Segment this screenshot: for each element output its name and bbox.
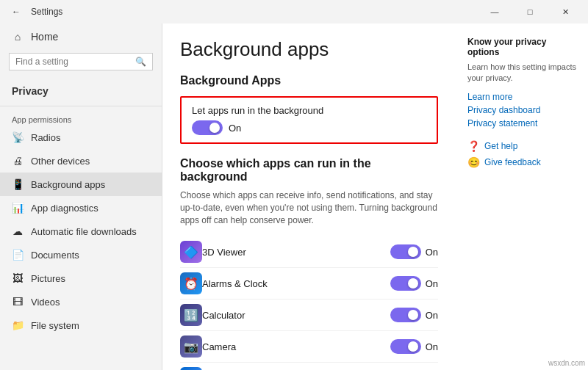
app-toggle-row: On — [390, 276, 438, 291]
app-toggle-status: On — [426, 278, 438, 289]
auto-downloads-icon: ☁ — [12, 225, 24, 237]
app-toggle-status: On — [426, 341, 438, 352]
main-content: Background apps Background Apps Let apps… — [162, 23, 456, 370]
home-label: Home — [31, 31, 58, 43]
sidebar-item-file-system[interactable]: 📁 File system — [0, 313, 162, 337]
give-feedback-label: Give feedback — [484, 157, 541, 167]
sidebar-item-label: Background apps — [31, 179, 105, 190]
app-name: Camera — [202, 341, 390, 352]
close-button[interactable]: ✕ — [548, 0, 582, 23]
toggle-thumb — [408, 310, 418, 320]
sidebar-item-label: Videos — [31, 297, 60, 308]
get-help-action[interactable]: ❓ Get help — [467, 140, 576, 152]
app-list-item: 🔢CalculatorOn — [180, 300, 438, 331]
window-controls: — □ ✕ — [478, 0, 582, 23]
sidebar-item-label: Documents — [31, 250, 79, 261]
app-icon: 📷 — [180, 335, 202, 358]
background-apps-heading: Background Apps — [180, 74, 438, 87]
main-toggle-row: On — [192, 120, 426, 135]
app-toggle-row: On — [390, 339, 438, 354]
choose-which-heading: Choose which apps can run in the backgro… — [180, 157, 438, 184]
documents-icon: 📄 — [12, 249, 24, 261]
app-list-item: 🔵CortanaOn — [180, 363, 438, 370]
sidebar-item-other-devices[interactable]: 🖨 Other devices — [0, 149, 162, 173]
sidebar-item-label: App diagnostics — [31, 203, 98, 214]
app-toggle[interactable] — [390, 308, 421, 322]
learn-more-link[interactable]: Learn more — [467, 92, 576, 102]
sidebar-privacy-label: Privacy — [0, 79, 162, 103]
sidebar-item-label: Radios — [31, 132, 60, 143]
app-list-item: 🔷3D ViewerOn — [180, 236, 438, 268]
app-name: Calculator — [202, 310, 390, 321]
app-name: 3D Viewer — [202, 247, 390, 258]
get-help-label: Get help — [484, 141, 517, 151]
app-icon: 🔷 — [180, 241, 202, 263]
toggle-thumb — [408, 247, 418, 257]
give-feedback-action[interactable]: 😊 Give feedback — [467, 156, 576, 168]
app-list: 🔷3D ViewerOn⏰Alarms & ClockOn🔢Calculator… — [180, 236, 438, 370]
choose-which-desc: Choose which apps can receive info, send… — [180, 189, 438, 226]
app-name: Alarms & Clock — [202, 278, 390, 289]
support-section: ❓ Get help 😊 Give feedback — [467, 140, 576, 168]
give-feedback-icon: 😊 — [467, 156, 480, 168]
app-icon: 🔵 — [180, 367, 202, 370]
sidebar: ⌂ Home 🔍 Privacy App permissions 📡 Radio… — [0, 23, 162, 370]
sidebar-item-radios[interactable]: 📡 Radios — [0, 126, 162, 149]
sidebar-item-label: Other devices — [31, 156, 90, 167]
toggle-thumb — [209, 123, 220, 133]
know-privacy-desc: Learn how this setting impacts your priv… — [467, 62, 576, 84]
app-toggle-row: On — [390, 244, 438, 259]
file-system-icon: 📁 — [12, 319, 24, 331]
app-list-item: ⏰Alarms & ClockOn — [180, 268, 438, 300]
titlebar: ← Settings — □ ✕ — [0, 0, 588, 23]
background-apps-icon: 📱 — [12, 178, 24, 190]
other-devices-icon: 🖨 — [12, 155, 24, 167]
app-container: ⌂ Home 🔍 Privacy App permissions 📡 Radio… — [0, 23, 588, 370]
app-toggle-row: On — [390, 308, 438, 322]
app-icon: ⏰ — [180, 272, 202, 294]
minimize-button[interactable]: — — [478, 0, 512, 23]
toggle-thumb — [408, 278, 418, 289]
app-toggle[interactable] — [390, 339, 421, 354]
sidebar-item-home[interactable]: ⌂ Home — [0, 23, 162, 50]
app-toggle-status: On — [426, 247, 438, 258]
know-privacy-section: Know your privacy options Learn how this… — [467, 37, 576, 128]
app-list-item: 📷CameraOn — [180, 331, 438, 363]
back-button[interactable]: ← — [6, 1, 26, 22]
home-icon: ⌂ — [12, 31, 24, 43]
app-permissions-label: App permissions — [0, 109, 162, 126]
right-panel: Know your privacy options Learn how this… — [456, 23, 588, 370]
maximize-button[interactable]: □ — [513, 0, 547, 23]
get-help-icon: ❓ — [467, 140, 480, 152]
sidebar-item-label: File system — [31, 320, 79, 331]
toggle-thumb — [408, 341, 418, 352]
know-privacy-title: Know your privacy options — [467, 37, 576, 57]
sidebar-item-automatic-file-downloads[interactable]: ☁ Automatic file downloads — [0, 220, 162, 243]
app-toggle-status: On — [426, 310, 438, 321]
privacy-dashboard-link[interactable]: Privacy dashboard — [467, 105, 576, 115]
sidebar-item-app-diagnostics[interactable]: 📊 App diagnostics — [0, 196, 162, 220]
app-toggle[interactable] — [390, 276, 421, 291]
sidebar-item-label: Pictures — [31, 273, 65, 284]
let-apps-run-box: Let apps run in the background On — [180, 96, 438, 144]
sidebar-item-videos[interactable]: 🎞 Videos — [0, 290, 162, 313]
privacy-statement-link[interactable]: Privacy statement — [467, 118, 576, 128]
sidebar-item-background-apps[interactable]: 📱 Background apps — [0, 173, 162, 196]
search-box[interactable]: 🔍 — [9, 53, 153, 70]
app-icon: 🔢 — [180, 304, 202, 326]
videos-icon: 🎞 — [12, 296, 24, 308]
search-input[interactable] — [15, 57, 131, 67]
main-toggle-status: On — [229, 123, 241, 134]
sidebar-divider — [0, 106, 162, 106]
page-title: Background apps — [180, 38, 438, 61]
watermark: wsxdn.com — [548, 359, 585, 367]
main-toggle[interactable] — [192, 120, 223, 135]
titlebar-title: Settings — [31, 7, 478, 17]
radios-icon: 📡 — [12, 131, 24, 143]
app-diagnostics-icon: 📊 — [12, 202, 24, 214]
search-icon: 🔍 — [135, 57, 146, 67]
app-toggle[interactable] — [390, 244, 421, 259]
sidebar-item-documents[interactable]: 📄 Documents — [0, 243, 162, 266]
sidebar-item-pictures[interactable]: 🖼 Pictures — [0, 266, 162, 290]
let-apps-run-label: Let apps run in the background — [192, 105, 426, 116]
